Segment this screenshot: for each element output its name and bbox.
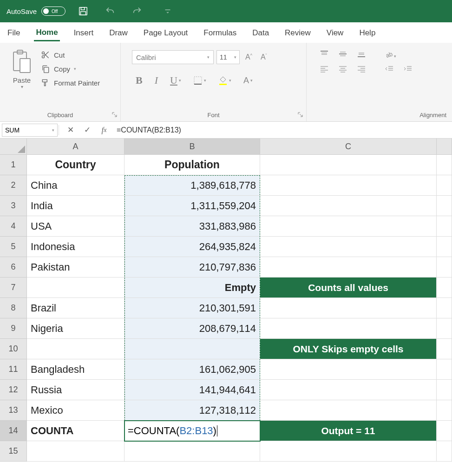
cell-d10[interactable]	[437, 339, 452, 359]
cell-d12[interactable]	[437, 380, 452, 400]
row-header-15[interactable]: 15	[0, 441, 27, 462]
align-left-icon[interactable]	[320, 65, 329, 74]
cell-c9[interactable]	[260, 318, 437, 339]
select-all-corner[interactable]	[0, 139, 27, 155]
cell-d4[interactable]	[437, 216, 452, 237]
increase-font-icon[interactable]: A^	[242, 53, 255, 61]
increase-indent-icon[interactable]	[403, 65, 413, 74]
tab-page-layout[interactable]: Page Layout	[142, 25, 190, 40]
cell-d2[interactable]	[437, 175, 452, 196]
cut-button[interactable]: Cut	[41, 50, 100, 60]
cell-c4[interactable]	[260, 216, 437, 237]
cell-c7[interactable]: Counts all values	[260, 278, 437, 298]
cell-d11[interactable]	[437, 359, 452, 380]
row-header-14[interactable]: 14	[0, 421, 27, 441]
qat-dropdown-icon[interactable]	[158, 2, 177, 20]
row-header-11[interactable]: 11	[0, 359, 27, 380]
cell-d6[interactable]	[437, 257, 452, 278]
undo-icon[interactable]	[101, 2, 119, 20]
cell-c11[interactable]	[260, 359, 437, 380]
cell-b6[interactable]: 210,797,836	[124, 257, 260, 278]
row-header-2[interactable]: 2	[0, 175, 27, 196]
paste-button[interactable]: Paste	[13, 76, 31, 84]
cell-d8[interactable]	[437, 298, 452, 318]
save-icon[interactable]	[74, 2, 92, 20]
cell-d14[interactable]	[437, 421, 452, 441]
cell-a8[interactable]: Brazil	[27, 298, 124, 318]
tab-review[interactable]: Review	[283, 25, 313, 40]
orientation-icon[interactable]: ab▾	[385, 50, 396, 60]
tab-formulas[interactable]: Formulas	[202, 25, 238, 40]
underline-button[interactable]: U▾	[170, 74, 181, 86]
cell-b2[interactable]: 1,389,618,778	[124, 175, 260, 196]
copy-button[interactable]: Copy ▾	[41, 64, 100, 73]
cell-c13[interactable]	[260, 400, 437, 421]
cell-b7[interactable]: Empty	[124, 278, 260, 298]
cell-c2[interactable]	[260, 175, 437, 196]
cell-a11[interactable]: Bangladesh	[27, 359, 124, 380]
active-cell-editor[interactable]: =COUNTA(B2:B13)	[124, 420, 261, 442]
tab-insert[interactable]: Insert	[72, 25, 96, 40]
align-right-icon[interactable]	[357, 65, 366, 74]
cell-c15[interactable]	[260, 441, 437, 462]
cell-b12[interactable]: 141,944,641	[124, 380, 260, 400]
cell-c3[interactable]	[260, 196, 437, 216]
cell-b11[interactable]: 161,062,905	[124, 359, 260, 380]
paste-dropdown-icon[interactable]: ▾	[21, 84, 23, 89]
row-header-9[interactable]: 9	[0, 318, 27, 339]
cell-a3[interactable]: India	[27, 196, 124, 216]
fill-color-button[interactable]: ▾	[218, 76, 231, 85]
cell-d9[interactable]	[437, 318, 452, 339]
bold-button[interactable]: B	[136, 74, 143, 86]
format-painter-button[interactable]: Format Painter	[41, 78, 100, 87]
cell-b3[interactable]: 1,311,559,204	[124, 196, 260, 216]
decrease-font-icon[interactable]: Aˇ	[258, 53, 270, 61]
align-bottom-icon[interactable]	[357, 50, 366, 60]
font-size-select[interactable]: 11▾	[216, 50, 240, 64]
cell-a15[interactable]	[27, 441, 124, 462]
row-header-10[interactable]: 10	[0, 339, 27, 359]
cell-d13[interactable]	[437, 400, 452, 421]
row-header-5[interactable]: 5	[0, 237, 27, 257]
row-header-3[interactable]: 3	[0, 196, 27, 216]
cell-c5[interactable]	[260, 237, 437, 257]
align-middle-icon[interactable]	[338, 50, 347, 60]
paste-icon[interactable]	[12, 49, 32, 73]
italic-button[interactable]: I	[155, 74, 158, 86]
autosave-toggle[interactable]: Off	[41, 7, 66, 16]
decrease-indent-icon[interactable]	[385, 65, 394, 74]
cell-c6[interactable]	[260, 257, 437, 278]
cell-a13[interactable]: Mexico	[27, 400, 124, 421]
cell-c14[interactable]: Output = 11	[260, 421, 437, 441]
cell-b15[interactable]	[124, 441, 260, 462]
cell-b4[interactable]: 331,883,986	[124, 216, 260, 237]
tab-data[interactable]: Data	[250, 25, 271, 40]
align-top-icon[interactable]	[320, 50, 329, 60]
column-header-b[interactable]: B	[124, 139, 260, 155]
name-box[interactable]: SUM▾	[2, 124, 58, 137]
redo-icon[interactable]	[128, 2, 146, 20]
row-header-7[interactable]: 7	[0, 278, 27, 298]
row-header-1[interactable]: 1	[0, 155, 27, 175]
fx-icon[interactable]: fx	[98, 124, 110, 136]
cell-a5[interactable]: Indonesia	[27, 237, 124, 257]
tab-draw[interactable]: Draw	[107, 25, 130, 40]
cell-a7[interactable]	[27, 278, 124, 298]
cell-b8[interactable]: 210,301,591	[124, 298, 260, 318]
font-color-button[interactable]: A▾	[243, 76, 253, 86]
cell-a1[interactable]: Country	[27, 155, 124, 175]
cell-b10[interactable]	[124, 339, 260, 359]
row-header-6[interactable]: 6	[0, 257, 27, 278]
cell-c1[interactable]	[260, 155, 437, 175]
tab-view[interactable]: View	[325, 25, 346, 40]
cell-d1[interactable]	[437, 155, 452, 175]
cell-c12[interactable]	[260, 380, 437, 400]
tab-help[interactable]: Help	[357, 25, 377, 40]
column-header-a[interactable]: A	[27, 139, 124, 155]
tab-home[interactable]: Home	[34, 24, 59, 41]
border-button[interactable]: ▾	[193, 76, 206, 85]
cell-d15[interactable]	[437, 441, 452, 462]
cell-a12[interactable]: Russia	[27, 380, 124, 400]
cell-c8[interactable]	[260, 298, 437, 318]
cell-c10[interactable]: ONLY Skips empty cells	[260, 339, 437, 359]
